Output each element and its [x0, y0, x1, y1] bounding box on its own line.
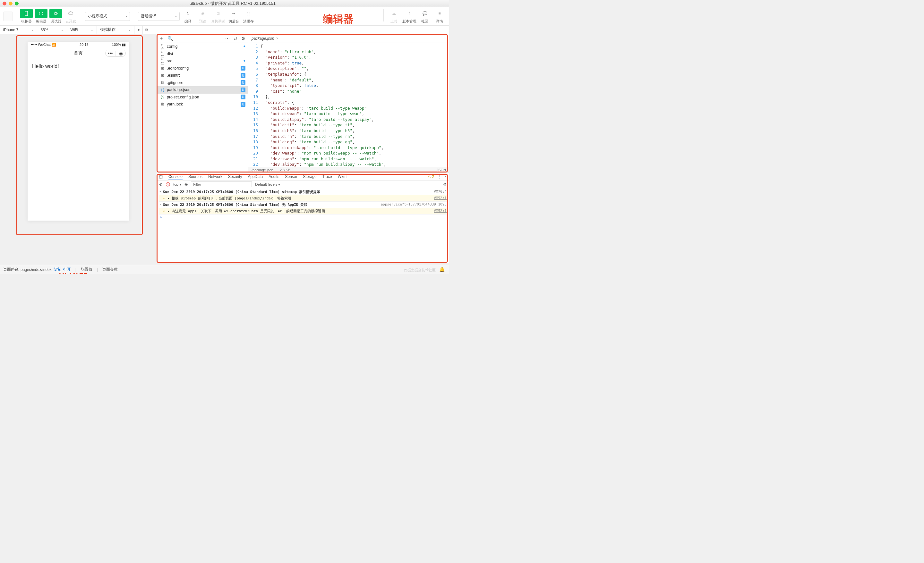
page-path: pages/index/index — [21, 267, 52, 272]
remote-label: 真机调试 — [211, 19, 225, 24]
gear-icon[interactable]: ⚙ — [443, 182, 447, 187]
mute-icon[interactable]: 🕨 — [134, 25, 143, 34]
code-lines: { "name": "ultra-club", "version": "1.0.… — [261, 43, 449, 167]
search-icon[interactable]: 🔍 — [168, 36, 173, 41]
preview-button[interactable]: ◉ — [196, 9, 209, 18]
tab-package-json[interactable]: package.json × — [252, 36, 279, 41]
title-bar: ultra-club - 微信开发者工具 RC v1.02.1905151 — [0, 0, 449, 7]
maximize-icon[interactable] — [15, 1, 19, 6]
devtools-tab-network[interactable]: Network — [208, 174, 222, 179]
phone-carrier: ••••• WeChat 📶 — [31, 43, 56, 47]
devtools-tab-storage[interactable]: Storage — [303, 174, 316, 179]
status-lang: JSON — [436, 168, 446, 172]
inspect-icon[interactable]: ⬚ — [159, 174, 163, 179]
file-item[interactable]: {o}project.config.jsonU — [157, 94, 248, 101]
copy-link[interactable]: 复制 — [54, 267, 61, 272]
add-icon[interactable]: ＋ — [159, 36, 164, 41]
mode-select[interactable]: 小程序模式▾ — [85, 12, 130, 21]
community-button[interactable]: 💬 — [418, 9, 431, 18]
chevron-down-icon: ⌄ — [128, 28, 131, 31]
close-icon[interactable]: × — [444, 174, 447, 179]
upload-button[interactable]: ☁ — [388, 9, 400, 18]
cloud-label: 云开发 — [66, 19, 76, 24]
devtools-tab-sources[interactable]: Sources — [188, 174, 202, 179]
file-item[interactable]: 🗎yarn.lockU — [157, 101, 248, 108]
more-icon[interactable]: ••• — [108, 51, 113, 56]
more-icon[interactable]: ⋯ — [225, 36, 230, 41]
debugger-label: 调试器 — [51, 19, 61, 24]
open-link[interactable]: 打开 — [63, 267, 71, 272]
code-view[interactable]: 12345678910111213141516171819202122 { "n… — [248, 43, 449, 167]
phone-time: 20:18 — [80, 43, 88, 46]
devtools-tab-audits[interactable]: Audits — [268, 174, 279, 179]
folder-item[interactable]: 🗀src• — [157, 57, 248, 65]
remote-debug-button[interactable]: ⊡ — [212, 9, 225, 18]
compile-select[interactable]: 普通编译▾ — [138, 12, 180, 21]
minimize-icon[interactable] — [9, 1, 12, 6]
phone-preview: ••••• WeChat 📶 20:18 100% ▮▮ 首页 ••• | ◉ … — [28, 42, 129, 220]
file-item[interactable]: 🗎.gitignoreU — [157, 79, 248, 87]
file-item[interactable]: 🗎.editorconfigU — [157, 65, 248, 72]
log-row[interactable]: ▾Sun Dec 22 2019 20:17:25 GMT+0800 (Chin… — [159, 202, 447, 208]
action-select[interactable]: 模拟操作⌄ — [97, 25, 134, 34]
log-row[interactable]: ⚠ ▸ 请注意无 AppID 关联下，调用 wx.operateWXData 是… — [159, 208, 447, 214]
stop-icon[interactable]: ⊘ — [159, 182, 162, 187]
eye-icon[interactable]: ◉ — [184, 182, 188, 187]
cache-button[interactable]: ⬚ — [242, 9, 255, 18]
zoom-select[interactable]: 85%⌄ — [37, 25, 67, 34]
devtools-tab-security[interactable]: Security — [228, 174, 242, 179]
simulator-button[interactable] — [20, 9, 33, 18]
more-icon[interactable]: ⋮ — [437, 174, 441, 179]
compile-button[interactable]: ↻ — [182, 9, 194, 18]
params-label[interactable]: 页面参数 — [102, 267, 118, 272]
devtools-tab-wxml[interactable]: Wxml — [338, 174, 348, 179]
warning-count[interactable]: ⚠ 2 — [428, 174, 434, 179]
devtools-tab-sensor[interactable]: Sensor — [285, 174, 297, 179]
file-item[interactable]: 🗎.eslintrcU — [157, 72, 248, 79]
editor-button[interactable] — [34, 9, 48, 18]
device-select[interactable]: iPhone 7⌄ — [0, 25, 37, 34]
line-gutter: 12345678910111213141516171819202122 — [248, 43, 261, 167]
devtools-tab-trace[interactable]: Trace — [322, 174, 332, 179]
main-toolbar: 模拟器 编辑器 调试器 云开发 小程序模式▾ 普通编译▾ ↻编译 ◉预览 ⊡真机… — [0, 7, 449, 25]
app-avatar — [3, 12, 13, 21]
cloud-button[interactable] — [64, 9, 77, 18]
context-select[interactable]: top ▾ — [173, 182, 181, 187]
network-select[interactable]: WiFi⌄ — [67, 25, 97, 34]
scene-label[interactable]: 场景值 — [81, 267, 92, 272]
devtools-tab-appdata[interactable]: AppData — [248, 174, 263, 179]
watermark: @掘土掘金技术社区 — [404, 268, 436, 273]
svg-rect-0 — [25, 11, 28, 16]
log-row[interactable]: ▾Sun Dec 22 2019 20:17:25 GMT+0800 (Chin… — [159, 189, 447, 195]
folder-item[interactable]: 🗀dist — [157, 50, 248, 58]
popout-icon[interactable]: ⧉ — [143, 25, 151, 34]
phone-status-bar: ••••• WeChat 📶 20:18 100% ▮▮ — [28, 42, 129, 48]
window-title: ultra-club - 微信开发者工具 RC v1.02.1905151 — [19, 1, 447, 6]
settings-icon[interactable]: ⚙ — [241, 36, 245, 41]
phone-capsule[interactable]: ••• | ◉ — [105, 50, 126, 57]
filter-input[interactable] — [191, 181, 252, 187]
close-icon[interactable]: × — [276, 36, 279, 41]
file-item[interactable]: { }package.jsonU — [157, 86, 248, 94]
target-icon[interactable]: ◉ — [119, 51, 123, 56]
collapse-icon[interactable]: ⇄ — [234, 36, 237, 41]
vcs-button[interactable]: ᚴ — [403, 9, 416, 18]
vcs-label: 版本管理 — [402, 19, 417, 24]
log-row[interactable]: ⚠ ▸ 根据 sitemap 的规则[0]，当前页面 [pages/index/… — [159, 195, 447, 202]
chevron-down-icon: ⌄ — [61, 28, 63, 31]
clear-icon[interactable]: 🚫 — [165, 182, 170, 187]
community-label: 社区 — [421, 19, 428, 24]
devtools-tab-console[interactable]: Console — [168, 174, 183, 180]
phone-nav: 首页 ••• | ◉ — [28, 48, 129, 59]
background-label: 切后台 — [228, 19, 239, 24]
background-button[interactable]: ⇥ — [227, 9, 240, 18]
bell-icon[interactable]: 🔔 — [439, 267, 445, 272]
details-button[interactable]: ≡ — [433, 9, 446, 18]
console-log: ▾Sun Dec 22 2019 20:17:25 GMT+0800 (Chin… — [157, 188, 449, 263]
folder-item[interactable]: 🗀config• — [157, 43, 248, 50]
file-tree: ＋ 🔍 ⋯ ⇄ ⚙ 🗀config•🗀dist🗀src•🗎.editorconf… — [157, 34, 248, 172]
levels-select[interactable]: Default levels ▾ — [255, 182, 280, 187]
close-icon[interactable] — [3, 1, 6, 6]
window-controls — [3, 1, 19, 6]
debugger-button[interactable] — [50, 9, 62, 18]
